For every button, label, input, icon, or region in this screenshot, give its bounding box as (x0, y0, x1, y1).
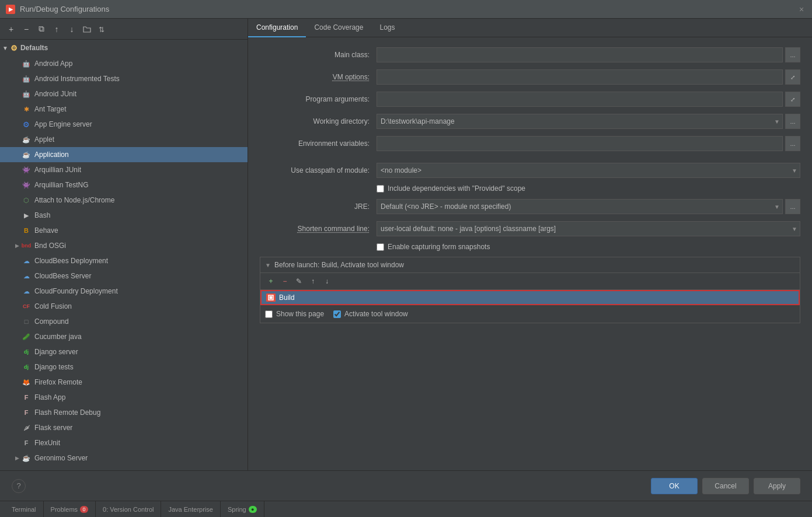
before-launch-up-button[interactable]: ↑ (307, 275, 319, 287)
sidebar-item-flask-server[interactable]: 🌶 Flask server (0, 420, 248, 435)
sidebar-item-label: Django server (34, 348, 78, 356)
arquillian-junit-icon: 👾 (21, 165, 32, 174)
before-launch-header[interactable]: ▼ Before launch: Build, Activate tool wi… (260, 257, 800, 273)
before-launch-bottom-options: Show this page Activate tool window (260, 305, 800, 323)
before-launch-remove-button[interactable]: − (279, 275, 291, 287)
before-launch-down-button[interactable]: ↓ (321, 275, 333, 287)
bottom-tab-problems[interactable]: Problems 0 (44, 501, 96, 518)
sidebar-item-compound[interactable]: □ Compound (0, 314, 248, 329)
sidebar-item-app-engine[interactable]: ⚙ App Engine server (0, 117, 248, 132)
bottom-tab-spring[interactable]: Spring ● (221, 501, 264, 518)
add-config-button[interactable]: + (5, 23, 18, 36)
tab-configuration[interactable]: Configuration (248, 19, 306, 37)
bottom-tab-java-enterprise[interactable]: Java Enterprise (161, 501, 220, 518)
sidebar-item-behave[interactable]: B Behave (0, 223, 248, 238)
sidebar-item-cloudfoundry[interactable]: ☁ CloudFoundry Deployment (0, 284, 248, 299)
sidebar-item-application[interactable]: ☕ Application (0, 147, 248, 162)
jre-browse-button[interactable]: ... (785, 199, 800, 214)
sidebar-item-arquillian-junit[interactable]: 👾 Arquillian JUnit (0, 162, 248, 177)
include-deps-row: Include dependencies with "Provided" sco… (260, 184, 800, 193)
spring-label: Spring (228, 506, 246, 513)
jre-select[interactable]: Default (<no JRE> - module not specified… (377, 199, 783, 214)
sidebar-item-android-junit[interactable]: 🤖 Android JUnit (0, 86, 248, 102)
remove-config-button[interactable]: − (20, 23, 33, 36)
working-dir-input[interactable] (377, 114, 783, 129)
config-tree: ▼ ⚙ Defaults 🤖 Android App 🤖 Android Ins… (0, 40, 248, 466)
move-up-button[interactable]: ↑ (50, 23, 63, 36)
sidebar-item-android-instrumented[interactable]: 🤖 Android Instrumented Tests (0, 71, 248, 86)
sort-button[interactable]: ⇅ (96, 23, 109, 36)
sidebar-item-bash[interactable]: ▶ Bash (0, 208, 248, 223)
geronimo-icon: ☕ (21, 453, 32, 463)
help-button[interactable]: ? (12, 479, 26, 493)
main-class-input[interactable] (377, 47, 783, 62)
before-launch-list: Build (260, 290, 800, 305)
shorten-cmd-select[interactable]: user-local default: none - java [options… (377, 221, 800, 236)
enable-snapshots-checkbox[interactable] (377, 243, 384, 251)
tab-logs[interactable]: Logs (371, 19, 403, 37)
include-deps-checkbox[interactable] (377, 185, 384, 193)
sidebar-item-cloudbees-server[interactable]: ☁ CloudBees Server (0, 268, 248, 284)
sidebar-item-django-tests[interactable]: dj Django tests (0, 359, 248, 375)
vm-options-expand-button[interactable]: ⤢ (785, 69, 800, 85)
sidebar-item-django-server[interactable]: dj Django server (0, 344, 248, 359)
sidebar-item-label: Compound (34, 317, 69, 326)
sidebar-item-bnd[interactable]: ▶ bnd Bnd OSGi (0, 238, 248, 253)
enable-snapshots-label[interactable]: Enable capturing form snapshots (388, 243, 490, 251)
android-junit-icon: 🤖 (21, 89, 32, 99)
django-server-icon: dj (21, 347, 32, 357)
sidebar-item-applet[interactable]: ☕ Applet (0, 132, 248, 147)
sidebar-item-label: Applet (34, 135, 54, 144)
sidebar-item-label: Django tests (34, 363, 74, 371)
program-args-input[interactable] (377, 92, 783, 107)
sidebar-item-flash-app[interactable]: F Flash App (0, 390, 248, 405)
activate-window-checkbox[interactable] (333, 310, 341, 318)
bottom-tab-version-control[interactable]: 0: Version Control (96, 501, 161, 518)
jre-label: JRE: (260, 202, 377, 211)
sidebar-item-geronimo[interactable]: ▶ ☕ Geronimo Server (0, 450, 248, 466)
classpath-select[interactable]: <no module> (377, 163, 800, 178)
env-vars-browse-button[interactable]: ... (785, 136, 800, 151)
bottom-tab-terminal[interactable]: Terminal (5, 501, 44, 518)
sidebar-item-android-app[interactable]: 🤖 Android App (0, 56, 248, 71)
show-page-option[interactable]: Show this page (265, 310, 324, 318)
before-launch-edit-button[interactable]: ✎ (293, 275, 305, 287)
sidebar-item-flash-remote-debug[interactable]: F Flash Remote Debug (0, 405, 248, 420)
cancel-button[interactable]: Cancel (702, 478, 749, 494)
vm-options-input[interactable] (377, 69, 783, 85)
move-down-button[interactable]: ↓ (65, 23, 78, 36)
sidebar-item-ant-target[interactable]: ✱ Ant Target (0, 102, 248, 117)
copy-config-button[interactable]: ⧉ (35, 23, 48, 36)
close-button[interactable]: × (797, 5, 806, 14)
sidebar-item-label: Android Instrumented Tests (34, 75, 120, 83)
sidebar-item-arquillian-testng[interactable]: 👾 Arquillian TestNG (0, 177, 248, 193)
main-class-browse-button[interactable]: ... (785, 47, 800, 62)
sidebar-item-nodejs[interactable]: ⬡ Attach to Node.js/Chrome (0, 193, 248, 208)
program-args-expand-button[interactable]: ⤢ (785, 92, 800, 107)
sidebar-item-firefox-remote[interactable]: 🦊 Firefox Remote (0, 375, 248, 390)
ok-button[interactable]: OK (651, 478, 698, 494)
before-launch-add-button[interactable]: + (265, 275, 277, 287)
tabs-bar: Configuration Code Coverage Logs (248, 19, 812, 37)
svg-rect-2 (270, 296, 273, 299)
before-launch-arrow: ▼ (265, 262, 271, 268)
sidebar-item-cloudbees-deployment[interactable]: ☁ CloudBees Deployment (0, 253, 248, 268)
jre-row: JRE: Default (<no JRE> - module not spec… (260, 198, 800, 215)
folder-button[interactable] (81, 23, 93, 36)
sidebar-item-label: Flash App (34, 393, 65, 401)
defaults-tree-root[interactable]: ▼ ⚙ Defaults (0, 40, 248, 56)
apply-button[interactable]: Apply (754, 478, 800, 494)
activate-window-option[interactable]: Activate tool window (333, 310, 408, 318)
show-page-checkbox[interactable] (265, 310, 273, 318)
working-dir-browse-button[interactable]: ... (785, 114, 800, 129)
sidebar-item-cold-fusion[interactable]: CF Cold Fusion (0, 299, 248, 314)
before-launch-item-build[interactable]: Build (260, 290, 800, 305)
svg-text:⇅: ⇅ (99, 26, 104, 33)
include-deps-label[interactable]: Include dependencies with "Provided" sco… (388, 184, 525, 193)
android-app-icon: 🤖 (21, 59, 32, 68)
sidebar-item-flexunit[interactable]: F FlexUnit (0, 435, 248, 450)
env-vars-input[interactable] (377, 136, 783, 151)
sidebar-item-label: Android App (34, 60, 72, 68)
tab-code-coverage[interactable]: Code Coverage (306, 19, 371, 37)
sidebar-item-cucumber[interactable]: 🥒 Cucumber java (0, 329, 248, 344)
